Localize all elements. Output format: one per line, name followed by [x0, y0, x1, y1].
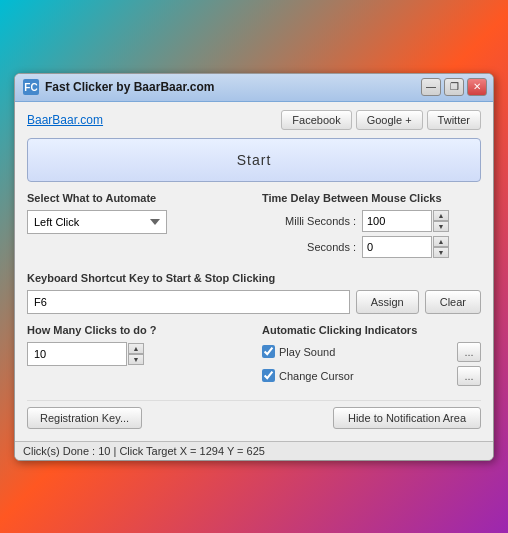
- start-button-container: Start: [27, 138, 481, 182]
- automate-label: Select What to Automate: [27, 192, 246, 204]
- clicks-spin-down[interactable]: ▼: [128, 354, 144, 365]
- play-sound-checkbox[interactable]: [262, 345, 275, 358]
- social-buttons: Facebook Google + Twitter: [281, 110, 481, 130]
- automate-section: Select What to Automate Left Click Right…: [27, 192, 246, 262]
- status-bar: Click(s) Done : 10 | Click Target X = 12…: [15, 441, 493, 460]
- play-sound-config-button[interactable]: ...: [457, 342, 481, 362]
- content-area: BaarBaar.com Facebook Google + Twitter S…: [15, 102, 493, 441]
- milli-input[interactable]: [362, 210, 432, 232]
- title-bar: FC Fast Clicker by BaarBaar.com — ❐ ✕: [15, 74, 493, 102]
- twitter-button[interactable]: Twitter: [427, 110, 481, 130]
- top-row: BaarBaar.com Facebook Google + Twitter: [27, 110, 481, 130]
- milli-label: Milli Seconds :: [262, 215, 362, 227]
- start-button[interactable]: Start: [27, 138, 481, 182]
- window-controls: — ❐ ✕: [421, 78, 487, 96]
- registration-key-button[interactable]: Registration Key...: [27, 407, 142, 429]
- seconds-spinner: ▲ ▼: [362, 236, 449, 258]
- app-icon: FC: [23, 79, 39, 95]
- milli-row: Milli Seconds : ▲ ▼: [262, 210, 481, 232]
- seconds-label: Seconds :: [262, 241, 362, 253]
- shortcut-label: Keyboard Shortcut Key to Start & Stop Cl…: [27, 272, 481, 284]
- seconds-spin-buttons: ▲ ▼: [433, 236, 449, 258]
- change-cursor-checkbox[interactable]: [262, 369, 275, 382]
- clicks-label: How Many Clicks to do ?: [27, 324, 246, 336]
- shortcut-input[interactable]: [27, 290, 350, 314]
- change-cursor-config-button[interactable]: ...: [457, 366, 481, 386]
- milli-spin-down[interactable]: ▼: [433, 221, 449, 232]
- milli-spinner: ▲ ▼: [362, 210, 449, 232]
- site-link[interactable]: BaarBaar.com: [27, 113, 281, 127]
- indicators-section: Automatic Clicking Indicators Play Sound…: [262, 324, 481, 390]
- shortcut-section: Keyboard Shortcut Key to Start & Stop Cl…: [27, 272, 481, 314]
- time-delay-label: Time Delay Between Mouse Clicks: [262, 192, 481, 204]
- change-cursor-row: Change Cursor ...: [262, 366, 481, 386]
- milli-spin-up[interactable]: ▲: [433, 210, 449, 221]
- minimize-button[interactable]: —: [421, 78, 441, 96]
- play-sound-label: Play Sound: [279, 346, 453, 358]
- change-cursor-label: Change Cursor: [279, 370, 453, 382]
- bottom-bar: Registration Key... Hide to Notification…: [27, 400, 481, 433]
- clicks-input[interactable]: [27, 342, 127, 366]
- google-button[interactable]: Google +: [356, 110, 423, 130]
- dropdown-container: Left Click Right Click Middle Click Doub…: [27, 210, 246, 234]
- clicks-spin-buttons: ▲ ▼: [128, 343, 144, 365]
- window-title: Fast Clicker by BaarBaar.com: [45, 80, 214, 94]
- indicators-label: Automatic Clicking Indicators: [262, 324, 481, 336]
- shortcut-row: Assign Clear: [27, 290, 481, 314]
- clicks-section: How Many Clicks to do ? ▲ ▼: [27, 324, 246, 390]
- hide-to-notification-button[interactable]: Hide to Notification Area: [333, 407, 481, 429]
- main-window: FC Fast Clicker by BaarBaar.com — ❐ ✕ Ba…: [14, 73, 494, 461]
- status-text: Click(s) Done : 10 | Click Target X = 12…: [23, 445, 265, 457]
- close-button[interactable]: ✕: [467, 78, 487, 96]
- clear-button[interactable]: Clear: [425, 290, 481, 314]
- restore-button[interactable]: ❐: [444, 78, 464, 96]
- facebook-button[interactable]: Facebook: [281, 110, 351, 130]
- clicks-spin-up[interactable]: ▲: [128, 343, 144, 354]
- milli-spin-buttons: ▲ ▼: [433, 210, 449, 232]
- seconds-row: Seconds : ▲ ▼: [262, 236, 481, 258]
- bottom-two-col: How Many Clicks to do ? ▲ ▼ Automatic Cl…: [27, 324, 481, 390]
- time-delay-section: Time Delay Between Mouse Clicks Milli Se…: [262, 192, 481, 262]
- assign-button[interactable]: Assign: [356, 290, 419, 314]
- automate-time-row: Select What to Automate Left Click Right…: [27, 192, 481, 262]
- clicks-spinner: ▲ ▼: [27, 342, 246, 366]
- seconds-input[interactable]: [362, 236, 432, 258]
- play-sound-row: Play Sound ...: [262, 342, 481, 362]
- seconds-spin-down[interactable]: ▼: [433, 247, 449, 258]
- seconds-spin-up[interactable]: ▲: [433, 236, 449, 247]
- automate-dropdown[interactable]: Left Click Right Click Middle Click Doub…: [27, 210, 167, 234]
